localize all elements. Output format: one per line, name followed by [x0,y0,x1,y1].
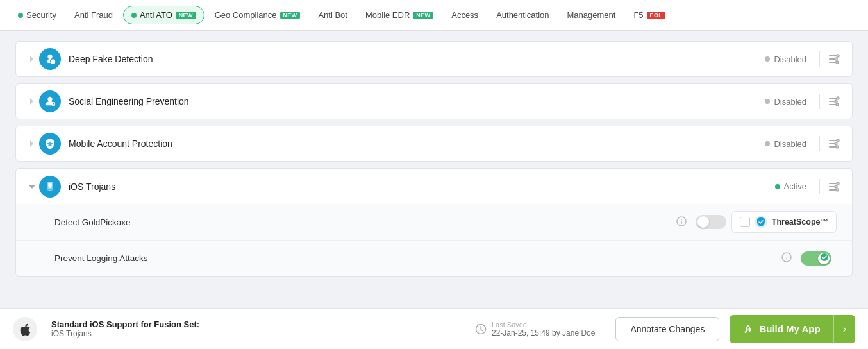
nav-label-access: Access [451,10,478,20]
annotate-changes-button[interactable]: Annotate Changes [615,317,719,341]
footer-app-subtitle: iOS Trojans [51,329,465,338]
feature-status-mobile-account: Disabled [765,139,806,149]
divider [819,179,820,194]
svg-text:i: i [786,255,788,261]
nav-label-management: Management [567,10,616,20]
config-btn-social-engineering[interactable] [825,92,843,110]
status-label-ios-trojans: Active [784,182,806,191]
rocket-icon [742,323,754,335]
feature-name-ios-trojans: iOS Trojans [69,182,775,192]
build-btn-arrow[interactable]: › [834,315,855,343]
feature-icon-ios-trojans [39,176,61,198]
nav-item-mobile-edr[interactable]: Mobile EDRNEW [358,6,441,24]
nav-item-authentication[interactable]: Authentication [488,6,556,24]
nav-label-anti-ato: Anti ATO [140,10,172,20]
nav-item-anti-bot[interactable]: Anti Bot [310,6,355,24]
nav-item-anti-ato[interactable]: Anti ATONEW [123,6,204,24]
feature-card-deep-fake: Deep Fake DetectionDisabled [15,41,853,77]
nav-item-anti-fraud[interactable]: Anti Fraud [67,6,121,24]
feature-status-deep-fake: Disabled [765,55,806,64]
nav-item-geo-compliance[interactable]: Geo ComplianceNEW [207,6,308,24]
feature-name-deep-fake: Deep Fake Detection [69,54,765,64]
feature-wrapper-social-engineering: Social Engineering PreventionDisabled [15,83,853,119]
threatscope-icon [754,215,768,229]
collapse-btn-social-engineering[interactable] [25,94,39,108]
nav-label-authentication: Authentication [496,10,549,20]
collapse-btn-mobile-account[interactable] [25,137,39,151]
feature-icon-mobile-account [39,133,61,155]
status-dot-ios-trojans [775,184,780,189]
feature-card-ios-trojans: iOS TrojansActive [15,168,853,204]
config-btn-mobile-account[interactable] [825,135,843,153]
svg-point-19 [835,142,837,145]
threatscope-label: ThreatScope™ [772,217,828,226]
nav-item-management[interactable]: Management [560,6,624,24]
status-label-deep-fake: Disabled [774,55,806,64]
last-saved-date: 22-Jan-25, 15:49 by Jane Doe [492,328,595,337]
nav-label-mobile-edr: Mobile EDR [365,10,410,20]
last-saved-label: Last Saved [492,321,595,328]
footer-app-title: Standard iOS Support for Fusion Set: [51,319,465,329]
clock-icon [475,323,487,335]
nav-item-f5[interactable]: F5EOL [626,6,673,24]
svg-point-11 [837,97,839,99]
nav-dot-anti-ato [131,13,137,18]
nav-label-security: Security [26,10,56,20]
config-btn-ios-trojans[interactable] [825,178,843,196]
app-logo [13,317,37,341]
svg-point-5 [836,61,839,64]
info-icon-detect-goldpickaxe[interactable]: i [676,216,687,228]
threatscope-checkbox[interactable] [740,217,750,227]
toggle-detect-goldpickaxe[interactable] [696,214,726,230]
feature-card-mobile-account: Mobile Account ProtectionDisabled [15,126,853,162]
toggle-check [820,253,829,264]
feature-wrapper-mobile-account: Mobile Account ProtectionDisabled [15,126,853,162]
divider [819,136,820,151]
nav-label-f5: F5 [633,10,643,20]
nav-label-geo-compliance: Geo Compliance [215,10,277,20]
nav-item-access[interactable]: Access [444,6,486,24]
footer-save-info: Last Saved 22-Jan-25, 15:49 by Jane Doe [475,321,595,337]
feature-wrapper-ios-trojans: iOS TrojansActiveDetect GoldPickaxei Thr… [15,168,853,277]
svg-point-18 [837,139,839,142]
svg-point-28 [835,185,837,188]
config-btn-deep-fake[interactable] [825,50,843,68]
nav-badge-f5: EOL [647,12,665,19]
status-dot-deep-fake [765,56,770,62]
feature-card-social-engineering: Social Engineering PreventionDisabled [15,83,853,119]
sub-row-prevent-logging: Prevent Logging Attacksi [16,240,852,276]
sub-rows-ios-trojans: Detect GoldPickaxei ThreatScope™ Prevent… [15,204,853,277]
nav-item-security[interactable]: Security [10,6,64,24]
toggle-prevent-logging[interactable] [801,251,831,266]
feature-name-social-engineering: Social Engineering Prevention [69,96,765,106]
svg-point-3 [837,55,839,57]
divider [819,94,820,109]
feature-name-mobile-account: Mobile Account Protection [69,139,765,149]
divider [819,51,820,67]
svg-text:i: i [681,219,683,225]
toggle-thumb [697,216,709,228]
footer-app-info: Standard iOS Support for Fusion Set: iOS… [51,319,465,338]
feature-wrapper-deep-fake: Deep Fake DetectionDisabled [15,41,853,77]
footer: Standard iOS Support for Fusion Set: iOS… [0,308,868,349]
collapse-btn-ios-trojans[interactable] [25,180,39,194]
nav-dot-security [18,13,23,18]
build-my-app-main[interactable]: Build My App [730,317,833,341]
build-my-app-button[interactable]: Build My App › [730,315,855,343]
feature-status-ios-trojans: Active [775,182,806,191]
threatscope-badge[interactable]: ThreatScope™ [731,211,837,233]
sub-label-prevent-logging: Prevent Logging Attacks [54,253,781,263]
nav-label-anti-bot: Anti Bot [318,10,347,20]
svg-point-27 [837,182,839,185]
info-icon-prevent-logging[interactable]: i [781,252,792,264]
main-content: Deep Fake DetectionDisabledSocial Engine… [0,31,868,287]
sub-label-detect-goldpickaxe: Detect GoldPickaxe [54,217,676,227]
svg-point-12 [835,100,837,103]
feature-icon-deep-fake [39,48,61,70]
feature-icon-social-engineering [39,90,61,112]
status-label-social-engineering: Disabled [774,97,806,106]
collapse-btn-deep-fake[interactable] [25,52,39,66]
status-dot-social-engineering [765,99,770,104]
feature-status-social-engineering: Disabled [765,97,806,106]
status-label-mobile-account: Disabled [774,139,806,149]
